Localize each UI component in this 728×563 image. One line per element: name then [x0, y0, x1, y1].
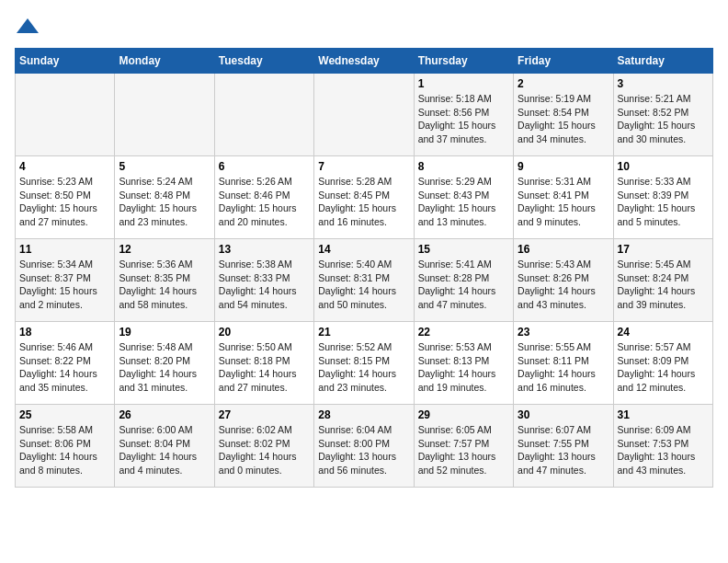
calendar-cell: 21Sunrise: 5:52 AM Sunset: 8:15 PM Dayli…: [314, 322, 414, 405]
day-info: Sunrise: 6:07 AM Sunset: 7:55 PM Dayligh…: [518, 423, 609, 477]
day-number: 29: [418, 408, 509, 421]
day-number: 15: [418, 243, 509, 256]
day-number: 25: [19, 408, 110, 421]
calendar-cell: 24Sunrise: 5:57 AM Sunset: 8:09 PM Dayli…: [613, 322, 712, 405]
day-number: 16: [518, 243, 609, 256]
day-info: Sunrise: 5:53 AM Sunset: 8:13 PM Dayligh…: [418, 340, 509, 395]
day-number: 27: [219, 408, 310, 421]
calendar-cell: 3Sunrise: 5:21 AM Sunset: 8:52 PM Daylig…: [613, 74, 712, 156]
day-info: Sunrise: 5:28 AM Sunset: 8:45 PM Dayligh…: [318, 175, 409, 229]
day-number: 5: [119, 160, 210, 173]
day-header-tuesday: Tuesday: [214, 49, 313, 74]
logo-icon: [15, 15, 40, 40]
calendar-cell: [16, 74, 115, 156]
calendar-cell: 4Sunrise: 5:23 AM Sunset: 8:50 PM Daylig…: [16, 156, 115, 239]
day-info: Sunrise: 5:57 AM Sunset: 8:09 PM Dayligh…: [618, 340, 709, 395]
calendar-cell: 5Sunrise: 5:24 AM Sunset: 8:48 PM Daylig…: [115, 156, 214, 239]
day-number: 30: [518, 408, 609, 421]
day-number: 11: [19, 243, 110, 256]
calendar-week-row: 4Sunrise: 5:23 AM Sunset: 8:50 PM Daylig…: [16, 156, 713, 239]
day-info: Sunrise: 5:24 AM Sunset: 8:48 PM Dayligh…: [119, 175, 210, 229]
calendar-cell: 19Sunrise: 5:48 AM Sunset: 8:20 PM Dayli…: [115, 322, 214, 405]
day-info: Sunrise: 5:21 AM Sunset: 8:52 PM Dayligh…: [618, 92, 709, 146]
calendar-cell: 1Sunrise: 5:18 AM Sunset: 8:56 PM Daylig…: [414, 74, 513, 156]
calendar-cell: 27Sunrise: 6:02 AM Sunset: 8:02 PM Dayli…: [214, 405, 313, 488]
day-number: 4: [19, 160, 110, 173]
day-info: Sunrise: 5:41 AM Sunset: 8:28 PM Dayligh…: [418, 258, 509, 312]
day-number: 21: [318, 326, 409, 339]
calendar-cell: 7Sunrise: 5:28 AM Sunset: 8:45 PM Daylig…: [314, 156, 414, 239]
day-number: 13: [219, 243, 310, 256]
day-info: Sunrise: 5:48 AM Sunset: 8:20 PM Dayligh…: [119, 340, 210, 395]
day-number: 22: [418, 326, 509, 339]
day-number: 1: [418, 77, 509, 90]
day-info: Sunrise: 5:26 AM Sunset: 8:46 PM Dayligh…: [219, 175, 310, 229]
day-number: 10: [618, 160, 709, 173]
day-info: Sunrise: 5:40 AM Sunset: 8:31 PM Dayligh…: [318, 258, 409, 312]
calendar-cell: 2Sunrise: 5:19 AM Sunset: 8:54 PM Daylig…: [514, 74, 613, 156]
calendar-week-row: 25Sunrise: 5:58 AM Sunset: 8:06 PM Dayli…: [16, 405, 713, 488]
day-info: Sunrise: 5:31 AM Sunset: 8:41 PM Dayligh…: [518, 175, 609, 229]
calendar-cell: 30Sunrise: 6:07 AM Sunset: 7:55 PM Dayli…: [514, 405, 613, 488]
day-info: Sunrise: 6:05 AM Sunset: 7:57 PM Dayligh…: [418, 423, 509, 477]
calendar-cell: 28Sunrise: 6:04 AM Sunset: 8:00 PM Dayli…: [314, 405, 414, 488]
day-header-wednesday: Wednesday: [314, 49, 414, 74]
day-info: Sunrise: 5:18 AM Sunset: 8:56 PM Dayligh…: [418, 92, 509, 146]
day-number: 26: [119, 408, 210, 421]
calendar-cell: 12Sunrise: 5:36 AM Sunset: 8:35 PM Dayli…: [115, 239, 214, 322]
day-number: 23: [518, 326, 609, 339]
day-number: 17: [618, 243, 709, 256]
calendar-cell: 8Sunrise: 5:29 AM Sunset: 8:43 PM Daylig…: [414, 156, 513, 239]
calendar-cell: [115, 74, 214, 156]
day-number: 24: [618, 326, 709, 339]
day-info: Sunrise: 5:29 AM Sunset: 8:43 PM Dayligh…: [418, 175, 509, 229]
calendar-cell: 22Sunrise: 5:53 AM Sunset: 8:13 PM Dayli…: [414, 322, 513, 405]
calendar-cell: [214, 74, 313, 156]
day-info: Sunrise: 5:33 AM Sunset: 8:39 PM Dayligh…: [618, 175, 709, 229]
calendar-week-row: 18Sunrise: 5:46 AM Sunset: 8:22 PM Dayli…: [16, 322, 713, 405]
day-info: Sunrise: 5:34 AM Sunset: 8:37 PM Dayligh…: [19, 258, 110, 312]
calendar-cell: 20Sunrise: 5:50 AM Sunset: 8:18 PM Dayli…: [214, 322, 313, 405]
page-header: [15, 15, 713, 40]
calendar-header-row: SundayMondayTuesdayWednesdayThursdayFrid…: [16, 49, 713, 74]
day-info: Sunrise: 5:45 AM Sunset: 8:24 PM Dayligh…: [618, 258, 709, 312]
day-number: 14: [318, 243, 409, 256]
day-info: Sunrise: 6:09 AM Sunset: 7:53 PM Dayligh…: [618, 423, 709, 477]
calendar-cell: 16Sunrise: 5:43 AM Sunset: 8:26 PM Dayli…: [514, 239, 613, 322]
calendar-cell: 26Sunrise: 6:00 AM Sunset: 8:04 PM Dayli…: [115, 405, 214, 488]
calendar-cell: 11Sunrise: 5:34 AM Sunset: 8:37 PM Dayli…: [16, 239, 115, 322]
day-info: Sunrise: 6:02 AM Sunset: 8:02 PM Dayligh…: [219, 423, 310, 477]
day-number: 19: [119, 326, 210, 339]
day-info: Sunrise: 5:36 AM Sunset: 8:35 PM Dayligh…: [119, 258, 210, 312]
day-info: Sunrise: 5:58 AM Sunset: 8:06 PM Dayligh…: [19, 423, 110, 477]
calendar-cell: 15Sunrise: 5:41 AM Sunset: 8:28 PM Dayli…: [414, 239, 513, 322]
calendar-cell: 13Sunrise: 5:38 AM Sunset: 8:33 PM Dayli…: [214, 239, 313, 322]
calendar-cell: 6Sunrise: 5:26 AM Sunset: 8:46 PM Daylig…: [214, 156, 313, 239]
day-number: 18: [19, 326, 110, 339]
calendar-cell: 29Sunrise: 6:05 AM Sunset: 7:57 PM Dayli…: [414, 405, 513, 488]
day-number: 2: [518, 77, 609, 90]
day-number: 6: [219, 160, 310, 173]
day-info: Sunrise: 6:04 AM Sunset: 8:00 PM Dayligh…: [318, 423, 409, 477]
calendar-table: SundayMondayTuesdayWednesdayThursdayFrid…: [15, 48, 713, 488]
calendar-cell: 18Sunrise: 5:46 AM Sunset: 8:22 PM Dayli…: [16, 322, 115, 405]
day-header-saturday: Saturday: [613, 49, 712, 74]
day-number: 8: [418, 160, 509, 173]
day-info: Sunrise: 5:55 AM Sunset: 8:11 PM Dayligh…: [518, 340, 609, 395]
logo: [15, 15, 44, 40]
day-header-sunday: Sunday: [16, 49, 115, 74]
day-info: Sunrise: 6:00 AM Sunset: 8:04 PM Dayligh…: [119, 423, 210, 477]
day-info: Sunrise: 5:52 AM Sunset: 8:15 PM Dayligh…: [318, 340, 409, 395]
day-number: 3: [618, 77, 709, 90]
calendar-cell: 9Sunrise: 5:31 AM Sunset: 8:41 PM Daylig…: [514, 156, 613, 239]
day-number: 12: [119, 243, 210, 256]
svg-marker-0: [17, 18, 39, 33]
day-header-monday: Monday: [115, 49, 214, 74]
calendar-cell: 31Sunrise: 6:09 AM Sunset: 7:53 PM Dayli…: [613, 405, 712, 488]
day-info: Sunrise: 5:46 AM Sunset: 8:22 PM Dayligh…: [19, 340, 110, 395]
calendar-cell: [314, 74, 414, 156]
calendar-cell: 10Sunrise: 5:33 AM Sunset: 8:39 PM Dayli…: [613, 156, 712, 239]
calendar-cell: 17Sunrise: 5:45 AM Sunset: 8:24 PM Dayli…: [613, 239, 712, 322]
calendar-week-row: 11Sunrise: 5:34 AM Sunset: 8:37 PM Dayli…: [16, 239, 713, 322]
day-number: 9: [518, 160, 609, 173]
